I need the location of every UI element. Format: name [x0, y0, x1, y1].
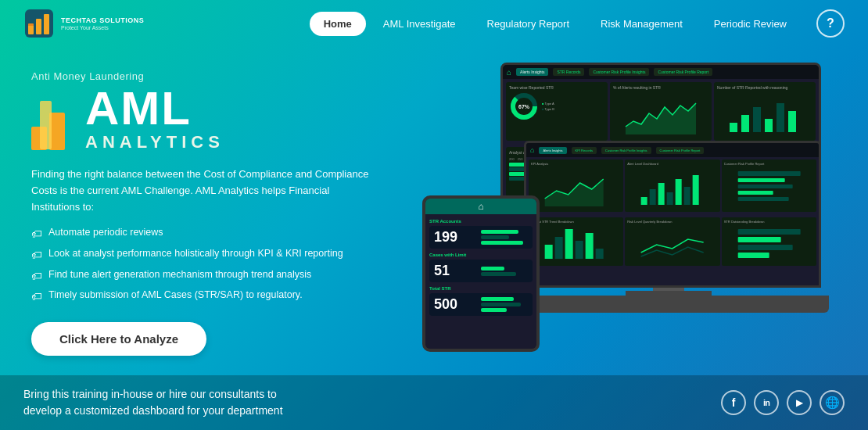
svg-rect-17	[788, 111, 796, 132]
svg-rect-7	[40, 101, 52, 149]
tablet-device: ⌂ STR Accounts 199 Cases with Limit	[422, 195, 540, 352]
tab-str[interactable]: STR Records	[553, 68, 584, 76]
svg-rect-40	[586, 233, 594, 259]
laptop-card-6: STR Outstanding Breakdown	[722, 217, 816, 266]
svg-rect-24	[641, 197, 647, 205]
tab-alerts[interactable]: Alerts Insights	[516, 68, 548, 76]
stat-box-1: 199	[429, 226, 533, 249]
tablet-section-title: STR Accounts	[429, 219, 533, 224]
svg-rect-32	[737, 178, 784, 182]
svg-rect-30	[693, 175, 699, 205]
navbar: TECHTAG SOLUTIONS Protect Your Assets Ho…	[0, 0, 868, 47]
svg-rect-2	[36, 19, 41, 34]
feature-item-4: 🏷 Timely submission of AML Cases (STR/SA…	[31, 288, 407, 305]
laptop-body: KPI Analysis Alert Level Dashboard	[526, 157, 819, 214]
brand-name: TECHTAG SOLUTIONS	[61, 16, 144, 26]
tablet-body: STR Accounts 199 Cases with Limit 51	[425, 214, 536, 324]
svg-rect-38	[565, 229, 573, 259]
stat-box-3: 500	[429, 293, 533, 316]
stat-bars-3	[481, 297, 528, 312]
laptop-device: ⌂ Alerts Insights KPI Records Customer R…	[524, 141, 821, 313]
stat-box-2: 51	[429, 260, 533, 282]
stat-val-1: 199	[434, 229, 457, 245]
tablet-home-icon: ⌂	[478, 201, 483, 212]
svg-rect-26	[658, 183, 665, 205]
svg-rect-35	[737, 197, 788, 201]
line-chart-svg	[613, 91, 708, 134]
youtube-icon[interactable]: ▶	[787, 390, 812, 415]
tab-risk-profile[interactable]: Customer Risk Profile Insights	[589, 68, 649, 76]
tablet-header: ⌂	[425, 199, 536, 214]
footer-line-1: Bring this training in-house or hire our…	[23, 386, 283, 403]
nav-regulatory-report[interactable]: Regulatory Report	[473, 12, 584, 36]
laptop-card-2: Alert Level Dashboard	[625, 159, 719, 212]
svg-rect-4	[28, 23, 34, 26]
laptop-card-3: Customer Risk Profile Report	[722, 159, 816, 212]
logo-icon	[23, 8, 55, 39]
svg-rect-41	[596, 249, 604, 259]
help-button[interactable]: ?	[816, 9, 845, 38]
svg-rect-37	[555, 237, 563, 259]
donut-chart: 67%	[509, 91, 539, 121]
card-title-1: Team wise Reported STR	[509, 85, 604, 90]
svg-rect-15	[765, 119, 773, 132]
home-icon: ⌂	[507, 68, 511, 77]
stat-bars-1	[481, 230, 528, 245]
nav-aml-investigate[interactable]: AML Investigate	[369, 12, 470, 36]
svg-rect-42	[737, 229, 800, 235]
nav-risk-management[interactable]: Risk Management	[586, 12, 697, 36]
svg-rect-3	[44, 14, 49, 34]
facebook-icon[interactable]: f	[721, 390, 746, 415]
stat-val-3: 500	[434, 296, 457, 313]
cta-button[interactable]: Click Here to Analyze	[31, 322, 206, 356]
laptop-base	[516, 296, 829, 313]
bar-chart-svg	[717, 91, 812, 134]
svg-rect-25	[650, 189, 656, 205]
hero-description: Finding the right balance between the Co…	[31, 167, 375, 215]
svg-rect-39	[576, 241, 583, 259]
dash-card-line: % of Alerts resulting in STR	[610, 82, 712, 141]
laptop-row2: Analyst STR Trend Breakdown Risk Level Q…	[526, 215, 819, 268]
svg-rect-33	[737, 185, 792, 188]
stat-val-2: 51	[434, 263, 450, 279]
dashboard-header: ⌂ Alerts Insights STR Records Customer R…	[503, 65, 819, 79]
laptop-dashboard-header: ⌂ Alerts Insights KPI Records Customer R…	[526, 143, 819, 157]
svg-rect-1	[28, 25, 34, 34]
stat-bars-2	[481, 267, 528, 276]
svg-marker-11	[626, 103, 696, 134]
dashboard-body: Team wise Reported STR 67% ■ Type A ■ Ty…	[503, 79, 819, 144]
svg-rect-14	[753, 107, 761, 132]
left-panel: Anti Money Laundering AML ANALYTICS Find…	[31, 63, 407, 356]
aml-bars-icon	[31, 97, 74, 152]
logo-area: TECHTAG SOLUTIONS Protect Your Assets	[23, 8, 144, 39]
laptop-card-4: Analyst STR Trend Breakdown	[529, 217, 623, 266]
svg-rect-16	[777, 103, 784, 132]
social-icons: f in ▶ 🌐	[721, 390, 845, 415]
svg-rect-44	[737, 245, 792, 250]
svg-text:67%: 67%	[518, 104, 530, 109]
svg-rect-45	[737, 253, 769, 258]
svg-rect-27	[667, 192, 673, 205]
svg-rect-13	[741, 115, 749, 132]
nav-links: Home AML Investigate Regulatory Report R…	[310, 12, 801, 36]
dash-card-bar: Number of STR Reported with reasoning	[714, 82, 816, 141]
laptop-card-5: Risk Level Quarterly Breakdown	[625, 217, 719, 266]
tab-risk-report[interactable]: Customer Risk Profile Report	[654, 68, 712, 76]
right-panel: ⌂ Alerts Insights STR Records Customer R…	[407, 63, 837, 367]
card-title-2: % of Alerts resulting in STR	[613, 85, 708, 90]
feature-icon-2: 🏷	[31, 248, 42, 263]
dash-card-donut: Team wise Reported STR 67% ■ Type A ■ Ty…	[506, 82, 608, 141]
footer: Bring this training in-house or hire our…	[0, 375, 868, 430]
tablet-section-title-3: Total STR	[429, 286, 533, 291]
svg-rect-12	[730, 123, 737, 132]
nav-home[interactable]: Home	[310, 12, 366, 36]
linkedin-icon[interactable]: in	[754, 390, 779, 415]
aml-icon	[31, 97, 74, 152]
main-content: Anti Money Laundering AML ANALYTICS Find…	[0, 47, 868, 375]
feature-icon-4: 🏷	[31, 289, 42, 305]
nav-periodic-review[interactable]: Periodic Review	[700, 12, 801, 36]
laptop-card-1: KPI Analysis	[529, 159, 623, 212]
footer-line-2: develop a customized dashboard for your …	[23, 403, 283, 419]
donut-area: 67% ■ Type A ■ Type B	[509, 91, 604, 121]
globe-icon[interactable]: 🌐	[820, 390, 845, 415]
